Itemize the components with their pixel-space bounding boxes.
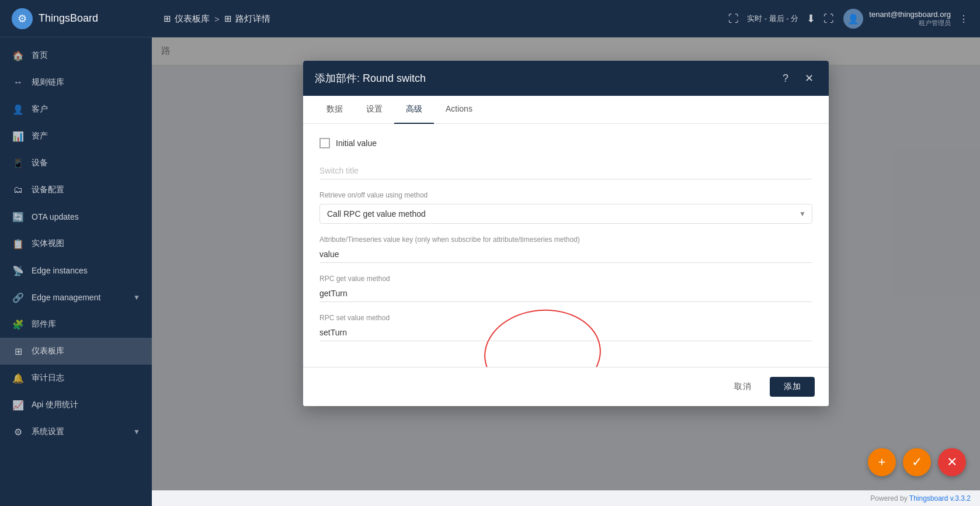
tab-data[interactable]: 数据 [315, 96, 355, 124]
retrieve-selected-value: Call RPC get value method [327, 209, 426, 219]
logo-text: ThingsBoard [39, 12, 98, 25]
dialog-header: 添加部件: Round switch ? ✕ [303, 61, 829, 96]
sidebar-item-entity-view[interactable]: 📋 实体视图 [0, 230, 152, 257]
tab-actions[interactable]: Actions [434, 96, 484, 124]
rpc-get-row: RPC get value method [319, 275, 812, 302]
api-icon: 📈 [12, 398, 25, 411]
dialog-close-button[interactable]: ✕ [801, 70, 817, 86]
fullscreen-icon[interactable]: ⛶ [728, 13, 739, 25]
dialog-tabs: 数据 设置 高级 Actions [303, 96, 829, 124]
retrieve-label: Retrieve on/off value using method [319, 191, 812, 199]
sidebar-item-edge-instances[interactable]: 📡 Edge instances [0, 257, 152, 284]
add-widget-dialog: 添加部件: Round switch ? ✕ 数据 设置 高级 Actions [303, 61, 829, 406]
fab-check-button[interactable]: ✓ [903, 448, 931, 476]
attr-value-input[interactable] [319, 246, 812, 263]
user-role: 租户管理员 [869, 19, 951, 27]
sidebar-item-devices[interactable]: 📱 设备 [0, 150, 152, 176]
topbar-user: 👤 tenant@thingsboard.org 租户管理员 ⋮ [843, 9, 968, 29]
breadcrumb-icon-1: ⊞ [164, 13, 171, 24]
logo-icon: ⚙ [12, 8, 33, 29]
sidebar: ⚙ ThingsBoard 🏠 首页 ↔ 规则链库 👤 客户 📊 资产 📱 设备… [0, 0, 152, 506]
retrieve-label-row: Retrieve on/off value using method [319, 191, 812, 199]
sidebar-item-settings[interactable]: ⚙ 系统设置 ▼ [0, 418, 152, 445]
initial-value-checkbox[interactable] [319, 138, 330, 148]
sidebar-item-edge-management[interactable]: 🔗 Edge management ▼ [0, 284, 152, 311]
topbar-right: ⛶ 实时 - 最后 - 分 ⬇ ⛶ 👤 tenant@thingsboard.o… [728, 9, 968, 29]
breadcrumb-label-1: 仪表板库 [175, 13, 210, 25]
dashboards-icon: ⊞ [12, 345, 25, 358]
add-button[interactable]: 添加 [770, 377, 815, 397]
retrieve-select-row: Call RPC get value method ▼ [319, 204, 812, 224]
customers-icon: 👤 [12, 103, 25, 116]
tab-advanced[interactable]: 高级 [394, 96, 434, 124]
assets-icon: 📊 [12, 130, 25, 143]
sidebar-nav: 🏠 首页 ↔ 规则链库 👤 客户 📊 资产 📱 设备 🗂 设备配置 🔄 OTA … [0, 37, 152, 506]
sidebar-item-ota[interactable]: 🔄 OTA updates [0, 203, 152, 230]
download-icon[interactable]: ⬇ [807, 12, 815, 25]
fab-close-button[interactable]: ✕ [938, 448, 966, 476]
settings-icon: ⚙ [12, 425, 25, 438]
sidebar-item-api[interactable]: 📈 Api 使用统计 [0, 391, 152, 418]
sidebar-item-assets[interactable]: 📊 资产 [0, 123, 152, 150]
breadcrumb-separator: > [214, 14, 220, 24]
home-icon: 🏠 [12, 49, 25, 62]
ota-icon: 🔄 [12, 210, 25, 223]
sidebar-item-rules[interactable]: ↔ 规则链库 [0, 69, 152, 96]
avatar: 👤 [843, 9, 863, 29]
fab-container: + ✓ ✕ [868, 448, 966, 476]
attr-label-row: Attribute/Timeseries value key (only whe… [319, 235, 812, 263]
sidebar-item-device-config[interactable]: 🗂 设备配置 [0, 176, 152, 203]
realtime-label: 实时 - 最后 - 分 [747, 13, 798, 24]
edge-management-icon: 🔗 [12, 291, 25, 304]
switch-title-input[interactable] [319, 162, 812, 179]
sidebar-item-audit[interactable]: 🔔 审计日志 [0, 365, 152, 391]
content-area: 路 添加部件: Round switch ? ✕ 数据 设置 [152, 37, 980, 490]
devices-icon: 📱 [12, 157, 25, 169]
dialog-body: Initial value Retrieve on/off value usin… [303, 124, 829, 367]
sidebar-item-dashboards[interactable]: ⊞ 仪表板库 [0, 338, 152, 365]
sidebar-item-widgets[interactable]: 🧩 部件库 [0, 311, 152, 338]
breadcrumb-item-1[interactable]: ⊞ 仪表板库 [164, 13, 210, 25]
powered-by-text: Powered by [870, 494, 909, 502]
device-config-icon: 🗂 [12, 183, 25, 196]
dialog-footer: 取消 添加 [303, 367, 829, 406]
sidebar-item-customers[interactable]: 👤 客户 [0, 96, 152, 123]
dialog-overlay: 添加部件: Round switch ? ✕ 数据 设置 高级 Actions [152, 37, 980, 490]
bottom-bar: Powered by Thingsboard v.3.3.2 [152, 490, 980, 506]
tab-settings[interactable]: 设置 [355, 96, 394, 124]
breadcrumb: ⊞ 仪表板库 > ⊞ 路灯详情 [164, 13, 270, 25]
user-email: tenant@thingsboard.org [869, 10, 951, 19]
initial-value-label: Initial value [336, 138, 377, 148]
rpc-set-label: RPC set value method [319, 314, 812, 322]
dialog-header-actions: ? ✕ [777, 70, 817, 86]
breadcrumb-item-2[interactable]: ⊞ 路灯详情 [224, 13, 270, 25]
edge-management-arrow: ▼ [133, 293, 140, 301]
rules-icon: ↔ [12, 76, 25, 89]
fab-plus-button[interactable]: + [868, 448, 896, 476]
version-link[interactable]: Thingsboard v.3.3.2 [909, 494, 971, 502]
settings-arrow: ▼ [133, 428, 140, 436]
rpc-set-row: RPC set value method [319, 314, 812, 341]
user-menu-icon[interactable]: ⋮ [959, 13, 968, 25]
rpc-get-input[interactable] [319, 285, 812, 302]
user-info: tenant@thingsboard.org 租户管理员 [869, 10, 951, 27]
sidebar-item-home[interactable]: 🏠 首页 [0, 42, 152, 69]
main-area: ⊞ 仪表板库 > ⊞ 路灯详情 ⛶ 实时 - 最后 - 分 ⬇ ⛶ 👤 tena… [152, 0, 980, 506]
widgets-icon: 🧩 [12, 318, 25, 331]
topbar: ⊞ 仪表板库 > ⊞ 路灯详情 ⛶ 实时 - 最后 - 分 ⬇ ⛶ 👤 tena… [152, 0, 980, 37]
rpc-set-input[interactable] [319, 324, 812, 341]
breadcrumb-label-2: 路灯详情 [235, 13, 270, 25]
select-arrow-icon: ▼ [799, 210, 806, 218]
cancel-button[interactable]: 取消 [722, 377, 763, 397]
retrieve-method-select[interactable]: Call RPC get value method ▼ [319, 204, 812, 224]
initial-value-row: Initial value [319, 138, 812, 148]
attr-label: Attribute/Timeseries value key (only whe… [319, 235, 812, 244]
edge-instances-icon: 📡 [12, 264, 25, 277]
breadcrumb-icon-2: ⊞ [224, 13, 232, 24]
audit-icon: 🔔 [12, 372, 25, 384]
rpc-get-label: RPC get value method [319, 275, 812, 283]
expand-icon[interactable]: ⛶ [823, 13, 834, 25]
dialog-help-button[interactable]: ? [777, 70, 794, 86]
entity-icon: 📋 [12, 237, 25, 250]
topbar-icons: ⛶ 实时 - 最后 - 分 ⬇ ⛶ [728, 12, 834, 25]
